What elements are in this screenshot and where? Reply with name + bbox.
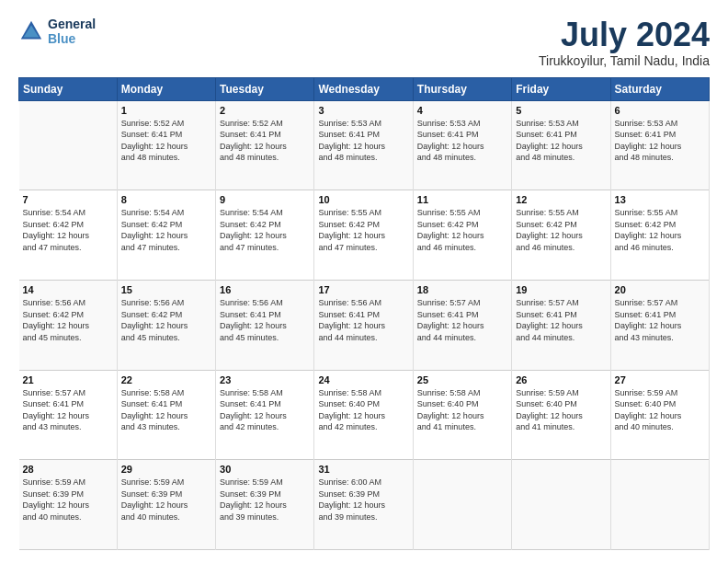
title-section: July 2024 Tirukkoyilur, Tamil Nadu, Indi… xyxy=(539,17,710,68)
calendar-cell: 21Sunrise: 5:57 AM Sunset: 6:41 PM Dayli… xyxy=(19,370,118,460)
day-number: 7 xyxy=(23,194,113,205)
calendar-cell: 15Sunrise: 5:56 AM Sunset: 6:42 PM Dayli… xyxy=(117,280,215,370)
logo-text: General Blue xyxy=(48,17,96,46)
calendar-cell: 6Sunrise: 5:53 AM Sunset: 6:41 PM Daylig… xyxy=(610,100,709,190)
cell-info: Sunrise: 5:56 AM Sunset: 6:41 PM Dayligh… xyxy=(318,297,408,343)
calendar-table: SundayMondayTuesdayWednesdayThursdayFrid… xyxy=(18,77,710,550)
calendar-cell: 1Sunrise: 5:52 AM Sunset: 6:41 PM Daylig… xyxy=(117,100,215,190)
cell-info: Sunrise: 5:57 AM Sunset: 6:41 PM Dayligh… xyxy=(615,297,705,343)
calendar-cell: 13Sunrise: 5:55 AM Sunset: 6:42 PM Dayli… xyxy=(610,190,709,281)
day-number: 18 xyxy=(417,284,507,295)
calendar-cell: 20Sunrise: 5:57 AM Sunset: 6:41 PM Dayli… xyxy=(610,280,709,370)
day-number: 23 xyxy=(220,374,310,385)
header: General Blue July 2024 Tirukkoyilur, Tam… xyxy=(18,17,710,68)
cell-info: Sunrise: 5:59 AM Sunset: 6:40 PM Dayligh… xyxy=(615,387,705,433)
calendar-cell: 9Sunrise: 5:54 AM Sunset: 6:42 PM Daylig… xyxy=(216,190,314,281)
cell-info: Sunrise: 5:53 AM Sunset: 6:41 PM Dayligh… xyxy=(615,118,705,164)
cell-info: Sunrise: 5:52 AM Sunset: 6:41 PM Dayligh… xyxy=(220,118,310,164)
cell-info: Sunrise: 5:53 AM Sunset: 6:41 PM Dayligh… xyxy=(516,118,606,164)
day-number: 27 xyxy=(615,374,705,385)
calendar-cell: 23Sunrise: 5:58 AM Sunset: 6:41 PM Dayli… xyxy=(216,370,314,460)
cell-info: Sunrise: 5:58 AM Sunset: 6:40 PM Dayligh… xyxy=(318,387,408,433)
day-number: 30 xyxy=(220,464,310,475)
calendar-cell: 25Sunrise: 5:58 AM Sunset: 6:40 PM Dayli… xyxy=(413,370,511,460)
calendar-cell: 22Sunrise: 5:58 AM Sunset: 6:41 PM Dayli… xyxy=(117,370,215,460)
calendar-cell: 19Sunrise: 5:57 AM Sunset: 6:41 PM Dayli… xyxy=(512,280,610,370)
calendar-week-row: 1Sunrise: 5:52 AM Sunset: 6:41 PM Daylig… xyxy=(19,100,710,190)
day-number: 11 xyxy=(417,194,507,205)
calendar-cell: 17Sunrise: 5:56 AM Sunset: 6:41 PM Dayli… xyxy=(314,280,413,370)
cell-info: Sunrise: 5:58 AM Sunset: 6:41 PM Dayligh… xyxy=(121,387,211,433)
day-number: 16 xyxy=(220,284,310,295)
subtitle: Tirukkoyilur, Tamil Nadu, India xyxy=(539,53,710,68)
day-number: 3 xyxy=(318,105,408,116)
weekday-header: Monday xyxy=(117,77,215,100)
cell-info: Sunrise: 5:55 AM Sunset: 6:42 PM Dayligh… xyxy=(417,207,507,253)
day-number: 17 xyxy=(318,284,408,295)
cell-info: Sunrise: 5:59 AM Sunset: 6:39 PM Dayligh… xyxy=(220,477,310,523)
day-number: 25 xyxy=(417,374,507,385)
cell-info: Sunrise: 5:59 AM Sunset: 6:40 PM Dayligh… xyxy=(516,387,606,433)
day-number: 5 xyxy=(516,105,606,116)
main-title: July 2024 xyxy=(539,17,710,53)
cell-info: Sunrise: 5:58 AM Sunset: 6:41 PM Dayligh… xyxy=(220,387,310,433)
weekday-header: Tuesday xyxy=(216,77,314,100)
day-number: 21 xyxy=(23,374,113,385)
weekday-header: Friday xyxy=(512,77,610,100)
calendar-cell: 12Sunrise: 5:55 AM Sunset: 6:42 PM Dayli… xyxy=(512,190,610,281)
cell-info: Sunrise: 5:55 AM Sunset: 6:42 PM Dayligh… xyxy=(318,207,408,253)
weekday-header: Sunday xyxy=(19,77,118,100)
cell-info: Sunrise: 5:52 AM Sunset: 6:41 PM Dayligh… xyxy=(121,118,211,164)
day-number: 29 xyxy=(121,464,211,475)
weekday-header: Saturday xyxy=(610,77,709,100)
cell-info: Sunrise: 5:53 AM Sunset: 6:41 PM Dayligh… xyxy=(417,118,507,164)
cell-info: Sunrise: 5:55 AM Sunset: 6:42 PM Dayligh… xyxy=(615,207,705,253)
calendar-cell: 7Sunrise: 5:54 AM Sunset: 6:42 PM Daylig… xyxy=(19,190,118,281)
day-number: 28 xyxy=(23,464,113,475)
calendar-cell: 14Sunrise: 5:56 AM Sunset: 6:42 PM Dayli… xyxy=(19,280,118,370)
day-number: 4 xyxy=(417,105,507,116)
calendar-week-row: 14Sunrise: 5:56 AM Sunset: 6:42 PM Dayli… xyxy=(19,280,710,370)
day-number: 1 xyxy=(121,105,211,116)
calendar-cell xyxy=(19,100,118,190)
calendar-cell: 8Sunrise: 5:54 AM Sunset: 6:42 PM Daylig… xyxy=(117,190,215,281)
calendar-cell: 30Sunrise: 5:59 AM Sunset: 6:39 PM Dayli… xyxy=(216,460,314,550)
cell-info: Sunrise: 5:56 AM Sunset: 6:41 PM Dayligh… xyxy=(220,297,310,343)
cell-info: Sunrise: 5:57 AM Sunset: 6:41 PM Dayligh… xyxy=(23,387,113,433)
day-number: 6 xyxy=(615,105,705,116)
calendar-cell: 26Sunrise: 5:59 AM Sunset: 6:40 PM Dayli… xyxy=(512,370,610,460)
calendar-cell: 11Sunrise: 5:55 AM Sunset: 6:42 PM Dayli… xyxy=(413,190,511,281)
calendar-cell: 2Sunrise: 5:52 AM Sunset: 6:41 PM Daylig… xyxy=(216,100,314,190)
calendar-cell: 24Sunrise: 5:58 AM Sunset: 6:40 PM Dayli… xyxy=(314,370,413,460)
calendar-cell: 4Sunrise: 5:53 AM Sunset: 6:41 PM Daylig… xyxy=(413,100,511,190)
day-number: 15 xyxy=(121,284,211,295)
day-number: 24 xyxy=(318,374,408,385)
cell-info: Sunrise: 5:59 AM Sunset: 6:39 PM Dayligh… xyxy=(23,477,113,523)
calendar-cell: 5Sunrise: 5:53 AM Sunset: 6:41 PM Daylig… xyxy=(512,100,610,190)
calendar-cell: 18Sunrise: 5:57 AM Sunset: 6:41 PM Dayli… xyxy=(413,280,511,370)
cell-info: Sunrise: 5:54 AM Sunset: 6:42 PM Dayligh… xyxy=(23,207,113,253)
day-number: 2 xyxy=(220,105,310,116)
cell-info: Sunrise: 5:56 AM Sunset: 6:42 PM Dayligh… xyxy=(23,297,113,343)
day-number: 8 xyxy=(121,194,211,205)
day-number: 12 xyxy=(516,194,606,205)
calendar-cell xyxy=(610,460,709,550)
day-number: 20 xyxy=(615,284,705,295)
calendar-cell: 28Sunrise: 5:59 AM Sunset: 6:39 PM Dayli… xyxy=(19,460,118,550)
calendar-cell xyxy=(413,460,511,550)
calendar-cell: 16Sunrise: 5:56 AM Sunset: 6:41 PM Dayli… xyxy=(216,280,314,370)
day-number: 31 xyxy=(318,464,408,475)
cell-info: Sunrise: 5:59 AM Sunset: 6:39 PM Dayligh… xyxy=(121,477,211,523)
cell-info: Sunrise: 5:56 AM Sunset: 6:42 PM Dayligh… xyxy=(121,297,211,343)
calendar-cell: 10Sunrise: 5:55 AM Sunset: 6:42 PM Dayli… xyxy=(314,190,413,281)
day-number: 22 xyxy=(121,374,211,385)
cell-info: Sunrise: 5:55 AM Sunset: 6:42 PM Dayligh… xyxy=(516,207,606,253)
cell-info: Sunrise: 6:00 AM Sunset: 6:39 PM Dayligh… xyxy=(318,477,408,523)
weekday-header-row: SundayMondayTuesdayWednesdayThursdayFrid… xyxy=(19,77,710,100)
calendar-cell: 27Sunrise: 5:59 AM Sunset: 6:40 PM Dayli… xyxy=(610,370,709,460)
calendar-week-row: 21Sunrise: 5:57 AM Sunset: 6:41 PM Dayli… xyxy=(19,370,710,460)
calendar-cell xyxy=(512,460,610,550)
day-number: 26 xyxy=(516,374,606,385)
calendar-cell: 29Sunrise: 5:59 AM Sunset: 6:39 PM Dayli… xyxy=(117,460,215,550)
day-number: 9 xyxy=(220,194,310,205)
